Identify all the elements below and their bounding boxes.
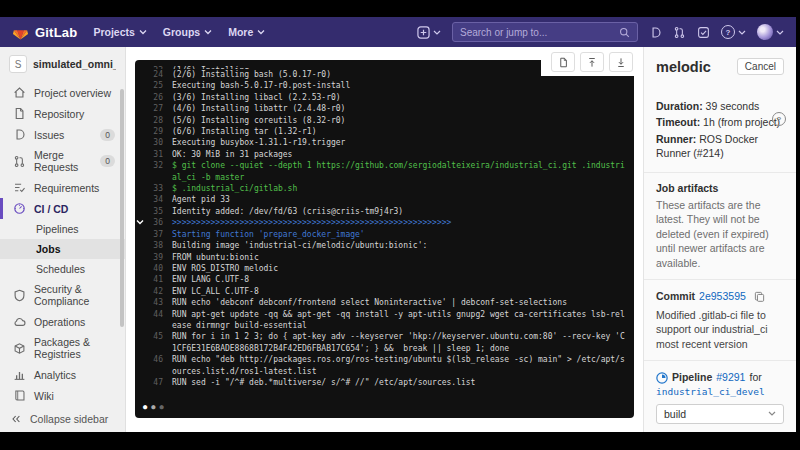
gitlab-logo[interactable]: GitLab (12, 24, 77, 41)
log-line-number[interactable]: 47 (143, 377, 163, 388)
issues-nav-button[interactable] (649, 26, 662, 39)
sidebar-item-merge-requests[interactable]: Merge Requests0 (0, 145, 125, 177)
project-context[interactable]: S simulated_omni_dri... (0, 47, 125, 80)
log-line-number[interactable]: 42 (143, 286, 163, 297)
stage-dropdown[interactable]: build (656, 404, 784, 424)
log-line-number[interactable]: 27 (143, 103, 163, 114)
sidebar-item-label: Pipelines (36, 223, 79, 235)
log-line-number[interactable]: 44 (143, 309, 163, 332)
sidebar-item-requirements[interactable]: Requirements (0, 177, 125, 198)
commit-section: Commit 2e953595 Modified .gitlab-ci file… (644, 280, 796, 361)
stage-selected-value: build (664, 408, 686, 420)
log-line-35: 35Identity added: /dev/fd/63 (criis@crii… (143, 206, 626, 217)
log-line-text: Agent pid 33 (172, 194, 626, 205)
cloud-icon (13, 315, 26, 328)
new-menu-button[interactable] (417, 26, 441, 39)
log-line-number[interactable]: 39 (143, 252, 163, 263)
navbar-left: GitLab ProjectsGroupsMore (12, 24, 265, 41)
timeout-help-icon[interactable]: ? (772, 112, 786, 126)
log-line-number[interactable]: 25 (143, 80, 163, 91)
log-line-number[interactable]: 40 (143, 263, 163, 274)
job-details-panel: melodic Cancel Duration: 39 seconds Time… (643, 47, 796, 432)
sidebar-item-schedules[interactable]: Schedules (0, 259, 125, 279)
sidebar-item-pipelines[interactable]: Pipelines (0, 219, 125, 239)
merge-requests-nav-button[interactable] (673, 26, 686, 39)
log-controls (541, 52, 635, 76)
log-line-number[interactable]: 36 (143, 217, 163, 228)
cancel-job-button[interactable]: Cancel (737, 58, 784, 75)
log-line-text: (3/6) Installing libacl (2.2.53-r0) (172, 92, 626, 103)
sidebar-item-jobs[interactable]: Jobs (0, 239, 125, 259)
log-line-number[interactable]: 46 (143, 354, 163, 377)
nav-menu-projects[interactable]: Projects (93, 26, 146, 38)
pipeline-number-link[interactable]: #9291 (716, 370, 745, 385)
log-line-number[interactable]: 33 (143, 183, 163, 194)
log-line-number[interactable]: 32 (143, 160, 163, 183)
sidebar-item-project-overview[interactable]: Project overview (0, 82, 125, 103)
sidebar-item-repository[interactable]: Repository (0, 103, 125, 124)
log-line-30: 30Executing busybox-1.31.1-r19.trigger (143, 137, 626, 148)
timeout-value: 1h (from project) (703, 116, 780, 128)
home-icon (13, 86, 26, 99)
log-line-number[interactable]: 43 (143, 297, 163, 308)
log-line-26: 26(3/6) Installing libacl (2.2.53-r0) (143, 92, 626, 103)
chevron-down-icon (768, 411, 776, 416)
log-line-42: 42ENV LC_ALL C.UTF-8 (143, 286, 626, 297)
log-line-31: 31OK: 30 MiB in 31 packages (143, 149, 626, 160)
log-line-number[interactable]: 34 (143, 194, 163, 205)
issues-icon (649, 26, 662, 39)
sidebar-scrollbar[interactable] (120, 89, 124, 327)
scroll-top-button[interactable] (580, 52, 604, 72)
log-line-text: Executing bash-5.0.17-r0.post-install (172, 80, 626, 91)
log-line-number[interactable]: 31 (143, 149, 163, 160)
collapse-section-icon[interactable] (136, 218, 144, 226)
commit-label: Commit (656, 289, 695, 304)
show-raw-button[interactable] (551, 52, 575, 72)
log-line-number[interactable]: 28 (143, 115, 163, 126)
log-line-text: $ .industrial_ci/gitlab.sh (172, 183, 626, 194)
collapse-sidebar-button[interactable]: Collapse sidebar (0, 406, 125, 432)
sidebar-item-ci-cd[interactable]: CI / CD (0, 198, 125, 219)
collapse-icon (10, 413, 22, 425)
sidebar-item-security-compliance[interactable]: Security & Compliance (0, 279, 125, 311)
commit-sha-link[interactable]: 2e953595 (699, 289, 746, 304)
log-line-number[interactable]: 26 (143, 92, 163, 103)
nav-menu-groups[interactable]: Groups (163, 26, 212, 38)
log-line-text: Building image 'industrial-ci/melodic/ub… (172, 240, 626, 251)
sidebar-item-packages-registries[interactable]: Packages & Registries (0, 332, 125, 364)
log-line-number[interactable]: 41 (143, 274, 163, 285)
pipeline-for-text: for (749, 370, 761, 385)
help-menu-button[interactable]: ? (721, 25, 746, 39)
log-line-number[interactable]: 37 (143, 229, 163, 240)
chevron-down-icon (738, 30, 746, 35)
log-line-36[interactable]: 36>>>>>>>>>>>>>>>>>>>>>>>>>>>>>>>>>>>>>>… (143, 217, 626, 228)
log-line-number[interactable]: 24 (143, 69, 163, 80)
search-input[interactable]: Search or jump to... (452, 22, 638, 42)
copy-commit-icon[interactable] (754, 291, 765, 302)
log-line-number[interactable]: 29 (143, 126, 163, 137)
sidebar-item-issues[interactable]: Issues0 (0, 124, 125, 145)
search-icon (619, 27, 630, 38)
log-line-number[interactable]: 30 (143, 137, 163, 148)
log-line-37: 37Starting function 'prepare_docker_imag… (143, 229, 626, 240)
pipeline-branch-link[interactable]: industrial_ci_devel (656, 386, 765, 397)
project-avatar: S (9, 55, 27, 73)
package-icon (13, 342, 26, 355)
scroll-bottom-button[interactable] (609, 52, 633, 72)
log-line-number[interactable]: 38 (143, 240, 163, 251)
tanuki-icon (12, 24, 29, 41)
log-line-number[interactable]: 45 (143, 331, 163, 354)
sidebar-item-wiki[interactable]: Wiki (0, 385, 125, 406)
sidebar-item-label: Wiki (34, 390, 54, 402)
todos-nav-button[interactable] (697, 26, 710, 39)
log-line-number[interactable]: 35 (143, 206, 163, 217)
sidebar-item-label: Operations (34, 316, 85, 328)
log-line-text: Starting function 'prepare_docker_image' (172, 229, 626, 240)
nav-menu-more[interactable]: More (228, 26, 265, 38)
user-menu-button[interactable] (757, 24, 784, 40)
job-log-terminal[interactable]: 23(1/6) Installing ...24(2/6) Installing… (135, 60, 634, 418)
page-content: S simulated_omni_dri... Project overview… (0, 47, 796, 432)
sidebar-item-analytics[interactable]: Analytics (0, 364, 125, 385)
log-line-text: RUN echo "deb http://packages.ros.org/ro… (172, 354, 626, 377)
sidebar-item-operations[interactable]: Operations (0, 311, 125, 332)
